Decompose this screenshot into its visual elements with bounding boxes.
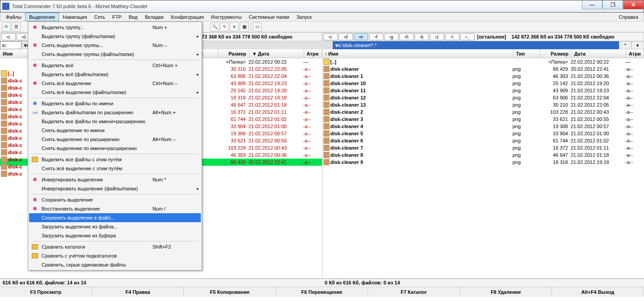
- path-star-icon[interactable]: *: [619, 41, 631, 49]
- menu-запуск[interactable]: Запуск: [293, 13, 315, 21]
- menu-item[interactable]: Выделить все файлы по имени+расширению: [29, 117, 201, 126]
- file-row-stub[interactable]: [..]: [0, 70, 28, 77]
- menu-item[interactable]: Сохранить выделение в файл...: [29, 213, 201, 222]
- drive-d[interactable]: ▪d: [339, 33, 353, 40]
- file-row[interactable]: disk-cleaner 11png43 90921.02.2012 19:23…: [322, 87, 644, 94]
- menu-item[interactable]: Снять выделение по имени: [29, 126, 201, 135]
- menu-help[interactable]: Справка: [615, 13, 642, 21]
- drive-c[interactable]: ▪c: [323, 33, 338, 40]
- fkey-button[interactable]: F7 Каталог: [368, 287, 460, 297]
- col-attr[interactable]: Атри: [304, 49, 322, 58]
- file-row-stub[interactable]: disk-c: [0, 149, 28, 156]
- menu-item[interactable]: Сравнить, скрыв одинаковые файлы: [29, 260, 201, 269]
- file-row-stub[interactable]: disk-c: [0, 163, 28, 170]
- drive-остальное[interactable]: [остальное]: [475, 34, 508, 39]
- drive-k[interactable]: ▪k: [415, 33, 429, 40]
- menu-item[interactable]: ✱Выделить всёCtrl+Num +: [29, 61, 201, 70]
- menu-item[interactable]: ✱Выделить все файлы по имени: [29, 99, 201, 108]
- menu-item[interactable]: ✱Выделить группу...Num +: [29, 23, 201, 32]
- right-path-bar[interactable]: ▾e:\disk-cleaner\*.*: [333, 41, 619, 49]
- file-row[interactable]: [..]<Папка>22.02.2012 00:22––: [322, 58, 644, 65]
- drive-z[interactable]: ▪z: [430, 33, 444, 40]
- menu-item[interactable]: Снять выделение группы (файлы/папки)▸: [29, 50, 201, 59]
- file-row[interactable]: disk-cleaner 12png63 80621.02.2012 22:04…: [322, 94, 644, 101]
- menu-item[interactable]: Загрузить выделение из буфера: [29, 231, 201, 240]
- fkey-button[interactable]: F5 Копирование: [184, 287, 276, 297]
- file-row[interactable]: disk-cleaner 3png33 62121.02.2012 00:55-…: [322, 116, 644, 123]
- menu-item[interactable]: Загрузить выделение из файла...: [29, 222, 201, 231]
- file-row[interactable]: disk-cleaner 9png18 31821.02.2012 19:18-…: [322, 159, 644, 166]
- file-row-stub[interactable]: disk-c: [0, 84, 28, 91]
- menu-файлы[interactable]: Файлы: [2, 13, 25, 21]
- col-type[interactable]: Тип: [513, 49, 540, 58]
- menu-item[interactable]: Сравнить с учётом подкаталогов: [29, 251, 201, 260]
- file-row[interactable]: disk-cleaner 4png19 30821.02.2012 00:57-…: [322, 123, 644, 130]
- menu-ftp[interactable]: FTP: [109, 13, 125, 21]
- right-file-list[interactable]: [..]<Папка>22.02.2012 00:22––disk-cleane…: [322, 58, 644, 278]
- tool-icon-3[interactable]: ≡: [230, 22, 239, 31]
- tool-icon[interactable]: ☰: [12, 22, 21, 31]
- file-row-stub[interactable]: disk-c: [0, 113, 28, 120]
- path-down-icon[interactable]: ▾: [631, 41, 644, 49]
- menu-инструменты[interactable]: Инструменты: [208, 13, 246, 21]
- fkey-button[interactable]: F6 Перемещение: [276, 287, 368, 297]
- binoculars-icon[interactable]: 🔍: [210, 22, 219, 31]
- menu-вид[interactable]: Вид: [125, 13, 141, 21]
- file-row[interactable]: disk-cleaner 10png25 14221.02.2012 19:20…: [322, 80, 644, 87]
- menu-сеть[interactable]: Сеть: [91, 13, 109, 21]
- file-row[interactable]: disk-cleaner 5png33 90421.02.2012 01:00-…: [322, 130, 644, 137]
- close-button[interactable]: ✕: [623, 0, 644, 9]
- menu-item[interactable]: Инвертировать выделение (файлы/папки)▸: [29, 184, 201, 193]
- menu-выделение[interactable]: Выделение: [25, 13, 59, 21]
- file-row-stub[interactable]: disk-c: [0, 77, 28, 84]
- file-row[interactable]: disk-cleaner 13png30 21021.02.2012 22:05…: [322, 101, 644, 108]
- tool-icon-2[interactable]: ✎: [220, 22, 229, 31]
- menu-item[interactable]: Снять выделение по расширениюAlt+Num –: [29, 135, 201, 144]
- fkey-button[interactable]: Alt+F4 Выход: [552, 287, 644, 297]
- menu-вкладки[interactable]: Вкладки: [141, 13, 167, 21]
- menu-item[interactable]: .extВыделить файлы/папки по расширениюAl…: [29, 108, 201, 117]
- file-row[interactable]: disk-cleanerpng88 42920.02.2012 22:41-a-…: [322, 65, 644, 73]
- col-date[interactable]: Дата: [572, 49, 626, 58]
- fkey-button[interactable]: F8 Удаление: [460, 287, 552, 297]
- file-row[interactable]: disk-cleaner 7png16 37221.02.2012 01:11-…: [322, 144, 644, 151]
- col-attr[interactable]: Атри: [626, 49, 644, 58]
- drive-..[interactable]: ▪..: [460, 33, 475, 40]
- col-size[interactable]: Размер: [540, 49, 572, 58]
- drive-h[interactable]: ▪h: [399, 33, 414, 40]
- col-size[interactable]: Размер: [218, 49, 250, 58]
- menu-конфигурация[interactable]: Конфигурация: [167, 13, 208, 21]
- menu-item[interactable]: ✱Сохранить выделение: [29, 195, 201, 204]
- file-row-stub[interactable]: disk-c: [0, 120, 28, 127]
- file-row-stub[interactable]: disk-c: [0, 156, 28, 163]
- col-date[interactable]: ▼Дата: [250, 49, 304, 58]
- tool-icon-5[interactable]: ▭: [253, 22, 262, 31]
- drive-e[interactable]: ▪e: [354, 33, 368, 40]
- file-row[interactable]: disk-cleaner 6png61 74421.02.2012 01:02-…: [322, 137, 644, 144]
- file-row-stub[interactable]: disk-c: [0, 99, 28, 106]
- menu-item[interactable]: ✱Снять всё выделениеCtrl+Num –: [29, 79, 201, 88]
- file-row-stub[interactable]: disk-c: [0, 106, 28, 113]
- menu-item[interactable]: Выделить всё (файлы/папки)▸: [29, 70, 201, 79]
- menu-item[interactable]: ✱Снять выделение группы...Num –: [29, 41, 201, 50]
- file-row[interactable]: disk-cleaner 8png46 64721.02.2012 01:18-…: [322, 151, 644, 159]
- menu-item[interactable]: Выделить группу (файлы/папки)▸: [29, 32, 201, 41]
- file-row-stub[interactable]: disk-c: [0, 134, 28, 142]
- menu-item[interactable]: ✱Инвертировать выделениеNum *: [29, 175, 201, 184]
- menu-системные папки[interactable]: Системные папки: [245, 13, 292, 21]
- menu-item[interactable]: Снять всё выделение с этим путём: [29, 164, 201, 173]
- file-row-stub[interactable]: disk-c: [0, 127, 28, 134]
- fkey-button[interactable]: F3 Просмотр: [0, 287, 92, 297]
- drive-c[interactable]: ▪c: [1, 33, 16, 40]
- refresh-icon[interactable]: ⟳: [2, 22, 11, 31]
- col-name[interactable]: ↑Имя: [322, 49, 514, 58]
- maximize-button[interactable]: ❐: [602, 0, 623, 9]
- file-row-stub[interactable]: disk-c: [0, 170, 28, 177]
- file-row[interactable]: disk-cleaner 1png46 30321.02.2012 00:36-…: [322, 73, 644, 80]
- minimize-button[interactable]: ―: [582, 0, 602, 9]
- menu-item[interactable]: Сравнить каталогиShift+F2: [29, 242, 201, 251]
- menu-item[interactable]: Выделить все файлы с этим путём: [29, 155, 201, 164]
- drive-f[interactable]: ▪f: [369, 33, 383, 40]
- fkey-button[interactable]: F4 Правка: [92, 287, 184, 297]
- menu-навигация[interactable]: Навигация: [59, 13, 90, 21]
